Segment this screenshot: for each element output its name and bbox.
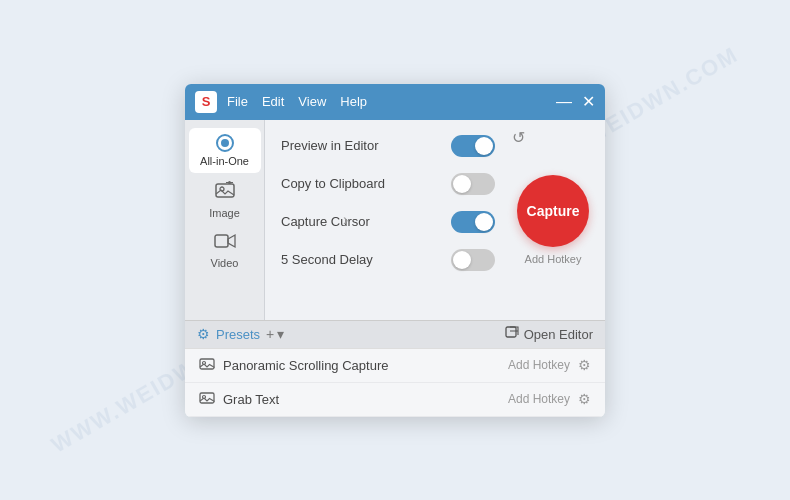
titlebar: S File Edit View Help — ✕ (185, 84, 605, 120)
panoramic-gear-icon[interactable]: ⚙ (578, 357, 591, 373)
svg-rect-0 (216, 184, 234, 197)
capture-button[interactable]: Capture (517, 175, 589, 247)
app-window: S File Edit View Help — ✕ All-in-One (185, 84, 605, 417)
menu-view[interactable]: View (298, 94, 326, 109)
sidebar-item-all-in-one[interactable]: All-in-One (189, 128, 261, 173)
sidebar: All-in-One Image (185, 120, 265, 320)
svg-rect-4 (506, 327, 516, 337)
refresh-icon[interactable]: ↺ (512, 128, 525, 147)
all-in-one-icon (216, 134, 234, 152)
delay-toggle-knob (453, 251, 471, 269)
delay-toggle[interactable] (451, 249, 495, 271)
panoramic-icon (199, 357, 215, 374)
grab-text-hotkey[interactable]: Add Hotkey (508, 392, 570, 406)
add-preset-buttons[interactable]: + ▾ (266, 326, 284, 342)
image-icon (215, 181, 235, 204)
minimize-button[interactable]: — (556, 94, 572, 110)
menu-edit[interactable]: Edit (262, 94, 284, 109)
chevron-icon: › (343, 211, 348, 229)
open-editor-button[interactable]: Open Editor (505, 326, 593, 343)
add-dropdown-icon[interactable]: ▾ (277, 326, 284, 342)
sidebar-label-video: Video (211, 257, 239, 269)
preset-list: Panoramic Scrolling Capture Add Hotkey ⚙… (185, 348, 605, 417)
preview-label: Preview in Editor (281, 138, 379, 153)
content-area: All-in-One Image (185, 120, 605, 320)
capture-area: Capture Add Hotkey (517, 175, 589, 265)
copy-toggle-knob (453, 175, 471, 193)
delay-label: 5 Second Delay (281, 252, 373, 267)
svg-rect-3 (215, 235, 228, 247)
grab-text-icon (199, 391, 215, 408)
cursor-label: Capture Cursor (281, 214, 370, 229)
setting-row-cursor: Capture Cursor (281, 206, 495, 238)
grab-text-gear-icon[interactable]: ⚙ (578, 391, 591, 407)
sidebar-label-all-in-one: All-in-One (200, 155, 249, 167)
preview-toggle-knob (475, 137, 493, 155)
copy-toggle[interactable] (451, 173, 495, 195)
presets-gear-icon: ⚙ (197, 326, 210, 342)
setting-row-preview: Preview in Editor (281, 130, 495, 162)
panoramic-hotkey[interactable]: Add Hotkey (508, 358, 570, 372)
menu-file[interactable]: File (227, 94, 248, 109)
menu-help[interactable]: Help (340, 94, 367, 109)
add-hotkey-link[interactable]: Add Hotkey (525, 253, 582, 265)
sidebar-item-image[interactable]: Image (189, 175, 261, 225)
preset-row: Panoramic Scrolling Capture Add Hotkey ⚙ (185, 349, 605, 383)
open-editor-label: Open Editor (524, 327, 593, 342)
app-logo: S (195, 91, 217, 113)
video-icon (214, 233, 236, 254)
presets-label[interactable]: Presets (216, 327, 260, 342)
sidebar-label-image: Image (209, 207, 240, 219)
add-icon[interactable]: + (266, 326, 274, 342)
grab-text-label: Grab Text (223, 392, 500, 407)
menu-bar: File Edit View Help (227, 94, 367, 109)
panoramic-label: Panoramic Scrolling Capture (223, 358, 500, 373)
preset-row: Grab Text Add Hotkey ⚙ (185, 383, 605, 417)
cursor-toggle-knob (475, 213, 493, 231)
window-controls: — ✕ (556, 94, 595, 110)
main-panel: › ↺ Preview in Editor Copy to Clipboard (265, 120, 605, 320)
presets-left: ⚙ Presets + ▾ (197, 326, 284, 342)
bottom-toolbar: ⚙ Presets + ▾ Open Editor (185, 320, 605, 348)
setting-row-delay: 5 Second Delay (281, 244, 495, 276)
sidebar-item-video[interactable]: Video (189, 227, 261, 275)
open-editor-icon (505, 326, 519, 343)
close-button[interactable]: ✕ (582, 94, 595, 110)
cursor-toggle[interactable] (451, 211, 495, 233)
setting-row-copy: Copy to Clipboard (281, 168, 495, 200)
preview-toggle[interactable] (451, 135, 495, 157)
copy-label: Copy to Clipboard (281, 176, 385, 191)
